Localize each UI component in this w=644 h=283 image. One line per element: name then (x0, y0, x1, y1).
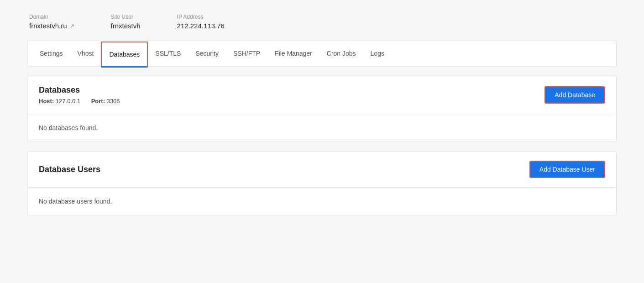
ip-address-value: 212.224.113.76 (177, 22, 225, 30)
ip-address-label: IP Address (177, 14, 225, 20)
database-users-section: Database Users Add Database User No data… (27, 151, 617, 215)
database-users-empty-message: No database users found. (28, 188, 616, 215)
tabs-card: Settings Vhost Databases SSL/TLS Securit… (27, 41, 617, 67)
tab-logs[interactable]: Logs (363, 42, 392, 67)
external-link-icon[interactable]: ↗ (70, 23, 74, 29)
site-user-info: Site User frnxtestvh (111, 14, 141, 30)
databases-empty-message: No databases found. (28, 114, 616, 142)
tabs-nav: Settings Vhost Databases SSL/TLS Securit… (28, 41, 616, 66)
port-label: Port: (91, 98, 105, 105)
add-database-user-button[interactable]: Add Database User (529, 161, 605, 178)
info-bar: Domain frnxtestvh.ru ↗ Site User frnxtes… (27, 14, 617, 30)
tab-ssh-ftp[interactable]: SSH/FTP (226, 42, 267, 67)
databases-title-block: Databases Host: 127.0.0.1 Port: 3306 (39, 85, 129, 105)
domain-label: Domain (29, 14, 74, 20)
database-users-header: Database Users Add Database User (28, 152, 616, 188)
domain-value: frnxtestvh.ru (29, 22, 67, 30)
site-user-value: frnxtestvh (111, 22, 141, 30)
tab-ssl-tls[interactable]: SSL/TLS (148, 42, 188, 67)
host-label: Host: (39, 98, 54, 105)
tab-vhost[interactable]: Vhost (70, 42, 101, 67)
ip-address-info: IP Address 212.224.113.76 (177, 14, 225, 30)
tab-file-manager[interactable]: File Manager (267, 42, 319, 67)
tab-cron-jobs[interactable]: Cron Jobs (319, 42, 363, 67)
databases-meta: Host: 127.0.0.1 Port: 3306 (39, 98, 129, 105)
databases-header: Databases Host: 127.0.0.1 Port: 3306 Add… (28, 76, 616, 114)
port-value: 3306 (107, 98, 120, 105)
tab-settings[interactable]: Settings (32, 42, 70, 67)
tab-databases[interactable]: Databases (101, 42, 148, 68)
domain-info: Domain frnxtestvh.ru ↗ (29, 14, 74, 30)
database-users-title: Database Users (39, 165, 100, 174)
host-value: 127.0.0.1 (56, 98, 80, 105)
databases-title: Databases (39, 85, 129, 95)
tab-security[interactable]: Security (188, 42, 226, 67)
databases-section: Databases Host: 127.0.0.1 Port: 3306 Add… (27, 76, 617, 142)
add-database-button[interactable]: Add Database (545, 86, 605, 104)
site-user-label: Site User (111, 14, 141, 20)
